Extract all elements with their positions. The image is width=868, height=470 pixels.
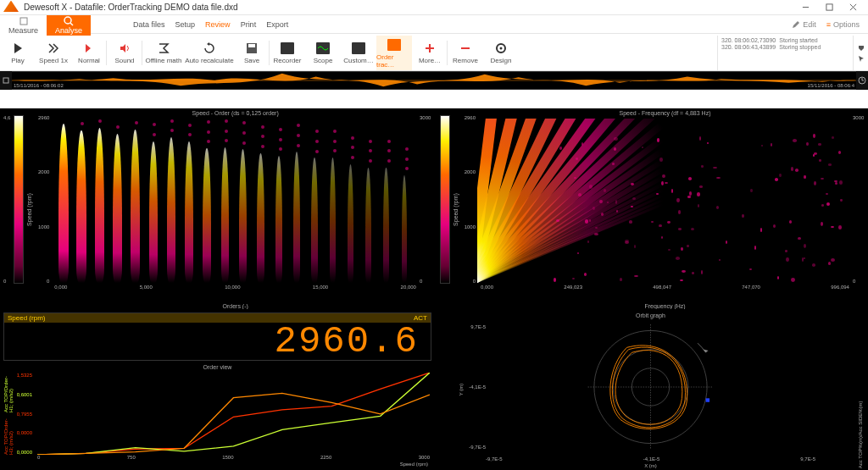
tab-analyse[interactable]: Analyse <box>47 15 91 36</box>
tab-label: Measure <box>8 26 38 35</box>
y-axis-label: Speed (rpm) <box>452 110 459 309</box>
sound-button[interactable]: Sound <box>107 36 142 70</box>
play-icon <box>11 41 25 55</box>
plus-icon <box>423 41 437 55</box>
svg-rect-1 <box>20 18 27 25</box>
plot-title: Speed - Frequency (df = 4,883 Hz) <box>477 110 853 119</box>
colorbar <box>440 115 450 284</box>
timeline-end-button[interactable] <box>856 71 868 90</box>
normal-icon <box>82 41 96 55</box>
speed-icon <box>47 41 60 55</box>
tab-measure[interactable]: Measure <box>0 15 47 36</box>
tab-label: Analyse <box>55 26 82 35</box>
ribbon-print[interactable]: Print <box>241 20 257 29</box>
ribbon-tabs: Data files Setup Review Print Export Edi… <box>91 15 868 34</box>
colorbar <box>14 115 24 284</box>
series-label: Acc TOP/Order-H1; (m/s2) <box>3 373 14 413</box>
window-title: Dewesoft X - Datafile: OrderTracking DEM… <box>24 3 793 12</box>
app-logo-icon <box>3 1 19 14</box>
y-axis-label: Speed (rpm) <box>25 110 32 309</box>
ribbon-review[interactable]: Review <box>205 20 231 29</box>
panel-speed-freq[interactable]: Speed (rpm) 2960 2000 1000 0 Speed - Fre… <box>435 110 866 309</box>
speed-button[interactable]: Speed 1x <box>36 36 71 70</box>
workspace: 4,6 0 Speed (rpm) 2960 2000 1000 0 Speed… <box>0 108 868 470</box>
ribbon-export[interactable]: Export <box>266 20 288 29</box>
remove-button[interactable]: Remove <box>448 36 483 70</box>
svg-rect-0 <box>826 4 832 10</box>
colorbar-ticks: 3000 0 <box>420 110 433 309</box>
plot-title: Speed - Order (ds = 0,125 order) <box>51 110 420 119</box>
save-icon <box>245 41 259 55</box>
log-ts: 320. 08:06:43,43899 <box>721 44 776 50</box>
svg-point-6 <box>500 47 503 50</box>
scope-icon <box>316 41 330 55</box>
toolbar: Play Speed 1x Normal Sound Offline math … <box>0 36 868 71</box>
svg-rect-14 <box>706 398 709 401</box>
cursor-icon[interactable] <box>857 54 865 63</box>
plot-title: Order view <box>3 364 431 370</box>
ribbon-datafiles[interactable]: Data files <box>133 20 165 29</box>
colorbar-ticks: 3000 0 <box>853 110 866 309</box>
y-axis: 2960 2000 1000 0 <box>32 110 51 309</box>
close-button[interactable] <box>841 0 865 14</box>
speed-header: Speed (rpm) <box>8 314 45 322</box>
y-axis: 2960 2000 1000 0 <box>459 110 477 309</box>
log-msg: Storing stopped <box>779 44 821 50</box>
log-msg: Storing started <box>779 37 821 43</box>
recorder-button[interactable]: Recorder <box>270 36 305 70</box>
plot-area[interactable] <box>486 324 815 450</box>
titlebar: Dewesoft X - Datafile: OrderTracking DEM… <box>0 0 868 15</box>
ordertrack-button[interactable]: Order trac… <box>376 36 412 70</box>
recalc-button[interactable]: Auto recalculate <box>185 36 234 70</box>
measure-icon <box>18 16 30 26</box>
x-axis-label: X (m) <box>435 463 866 468</box>
timeline-end-ts: 15/11/2016 - 08:06:4 <box>808 83 854 88</box>
save-button[interactable]: Save <box>234 36 270 70</box>
design-button[interactable]: Design <box>483 36 519 70</box>
ribbon-setup[interactable]: Setup <box>175 20 196 29</box>
play-button[interactable]: Play <box>0 36 36 70</box>
marker-icon[interactable] <box>857 44 865 53</box>
x-axis-label: Speed (rpm) <box>400 462 428 467</box>
minimize-button[interactable] <box>793 0 817 14</box>
panel-orbit[interactable]: Orbit graph 9,7E-5 -4,1E-5 -9,7E-5 Y (m)… <box>435 311 866 468</box>
svg-rect-7 <box>3 78 8 83</box>
y-axis: Acc TOP/Order-H3; (m/s2) Acc TOP/Order-H… <box>3 373 36 455</box>
status-log: 320. 08:06:02,73090 320. 08:06:43,43899 … <box>717 36 853 70</box>
minus-icon <box>459 41 472 55</box>
x-axis: 0,000 249,023 498,047 747,070 996,094 <box>477 283 853 303</box>
offline-math-button[interactable]: Offline math <box>142 36 185 70</box>
timeline-waveform[interactable]: 15/11/2016 - 08:06:02 15/11/2016 - 08:06… <box>12 72 856 89</box>
colorbar-ticks-outer: 4,6 0 <box>2 110 10 309</box>
options-button[interactable]: ≡Options <box>826 20 860 29</box>
panel-lower-left: Speed (rpm) ACT 2960.6 Order view Acc TO… <box>2 311 433 468</box>
sound-icon <box>118 41 131 55</box>
timeline[interactable]: 15/11/2016 - 08:06:02 15/11/2016 - 08:06… <box>0 71 868 90</box>
plot-area[interactable] <box>477 119 853 283</box>
plot-area[interactable] <box>51 119 420 283</box>
ordertrack-icon <box>387 38 401 52</box>
design-icon <box>494 41 508 55</box>
scope-button[interactable]: Scope <box>305 36 341 70</box>
speed-readout[interactable]: Speed (rpm) ACT 2960.6 <box>3 312 431 361</box>
panel-speed-order[interactable]: 4,6 0 Speed (rpm) 2960 2000 1000 0 Speed… <box>2 110 433 309</box>
side-icons <box>853 36 868 70</box>
pencil-icon <box>792 20 800 29</box>
right-label: Acc TOP%(m)/Acc SIDE%(m) <box>858 358 863 468</box>
analyse-icon <box>63 16 75 26</box>
plot-area[interactable] <box>37 373 430 455</box>
maximize-button[interactable] <box>817 0 841 14</box>
order-view[interactable]: Order view Acc TOP/Order-H3; (m/s2) Acc … <box>3 364 431 467</box>
recalc-icon <box>203 41 216 55</box>
custom-button[interactable]: Custom… <box>341 36 376 70</box>
more-button[interactable]: More… <box>412 36 448 70</box>
plot-title: Orbit graph <box>435 312 866 318</box>
timeline-start-ts: 15/11/2016 - 08:06:02 <box>14 83 64 88</box>
recorder-icon <box>281 41 294 55</box>
y-axis: 9,7E-5 -4,1E-5 -9,7E-5 <box>467 324 486 450</box>
svg-point-2 <box>64 17 71 24</box>
timeline-start-button[interactable] <box>0 71 12 90</box>
normal-button[interactable]: Normal <box>71 36 107 70</box>
series-label: Acc TOP/Order-H3; (m/s2) <box>3 415 14 456</box>
edit-button[interactable]: Edit <box>792 20 816 29</box>
